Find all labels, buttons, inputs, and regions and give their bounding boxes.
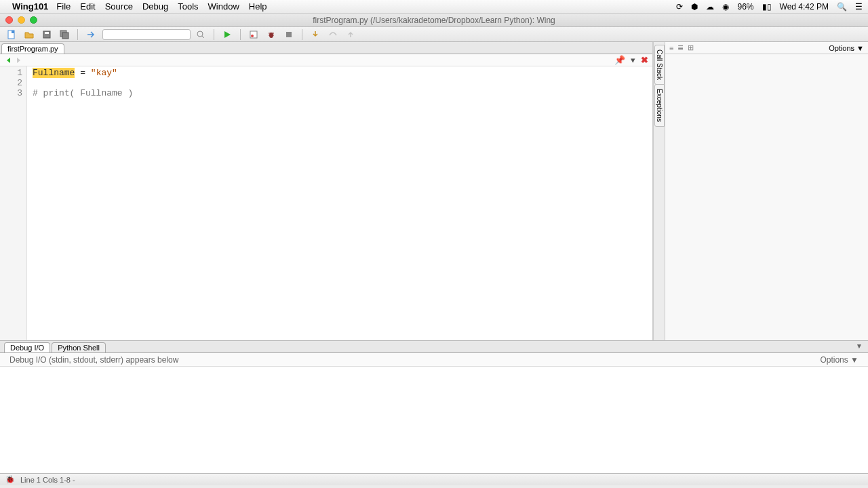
right-options-button[interactable]: Options ▼ [829, 44, 864, 52]
debug-io-label: Debug I/O (stdin, stdout, stderr) appear… [9, 355, 178, 365]
menu-file[interactable]: File [56, 1, 71, 12]
cloud-icon[interactable]: ☁ [706, 2, 714, 12]
layout-icon-1[interactable]: ≡ [669, 44, 673, 52]
zoom-window-button[interactable] [30, 16, 37, 24]
menu-icon[interactable]: ☰ [855, 2, 863, 12]
clock[interactable]: Wed 4:42 PM [780, 2, 829, 12]
code-editor[interactable]: 1 2 3 Fullname = "kay" # print( Fullname… [0, 66, 652, 340]
svg-rect-8 [250, 31, 257, 38]
new-file-button[interactable] [4, 28, 19, 41]
close-editor-button[interactable]: ✖ [641, 55, 648, 65]
code-content[interactable]: Fullname = "kay" # print( Fullname ) [27, 66, 652, 340]
bottom-options-button[interactable]: Options ▼ [820, 355, 859, 365]
step-into-button[interactable] [308, 28, 323, 41]
sync-icon[interactable]: ⟳ [676, 2, 683, 12]
file-tab[interactable]: firstProgram.py [1, 43, 64, 54]
collapse-panel-button[interactable]: ▼ [856, 342, 863, 350]
run-button[interactable] [220, 28, 235, 41]
call-stack-tab[interactable]: Call Stack [654, 45, 665, 85]
svg-rect-13 [286, 32, 292, 37]
menu-window[interactable]: Window [208, 1, 239, 12]
minimize-window-button[interactable] [18, 16, 25, 24]
save-file-button[interactable] [39, 28, 54, 41]
svg-rect-5 [62, 33, 68, 39]
macos-menubar: Wing101 File Edit Source Debug Tools Win… [0, 0, 868, 14]
close-window-button[interactable] [5, 16, 13, 24]
pin-icon[interactable]: 📌 [614, 55, 625, 65]
menu-edit[interactable]: Edit [80, 1, 95, 12]
layout-icon-3[interactable]: ⊞ [688, 43, 694, 52]
stop-button[interactable] [281, 28, 296, 41]
step-out-button[interactable] [343, 28, 358, 41]
window-titlebar: firstProgram.py (/Users/kakradetome/Drop… [0, 14, 868, 27]
menu-source[interactable]: Source [105, 1, 133, 12]
svg-line-7 [202, 36, 204, 38]
status-position: Line 1 Cols 1-8 - [20, 476, 75, 484]
toolbar [0, 27, 868, 42]
wifi-icon[interactable]: ◉ [722, 2, 729, 12]
battery-label: 96% [737, 2, 753, 12]
menu-help[interactable]: Help [249, 1, 267, 12]
file-tab-bar: firstProgram.py [0, 42, 652, 54]
app-name[interactable]: Wing101 [12, 1, 48, 12]
svg-rect-3 [45, 32, 49, 34]
editor-nav-bar: 📌 ▾ ✖ [0, 54, 652, 66]
debug-bug-button[interactable] [264, 28, 279, 41]
goto-button[interactable] [83, 28, 98, 41]
battery-icon: ▮▯ [762, 2, 772, 12]
svg-rect-1 [12, 30, 14, 33]
save-all-button[interactable] [57, 28, 72, 41]
window-title: firstProgram.py (/Users/kakradetome/Drop… [313, 16, 555, 25]
search-input[interactable] [102, 29, 191, 40]
right-panel: ≡ ≣ ⊞ Options ▼ [665, 42, 868, 340]
debug-io-content[interactable] [0, 367, 868, 473]
status-bug-icon[interactable]: 🐞 [5, 475, 15, 484]
line-gutter: 1 2 3 [0, 66, 27, 340]
side-tab-panel: Call Stack Exceptions [652, 42, 665, 340]
debug-breakpoint-button[interactable] [246, 28, 261, 41]
dropbox-icon[interactable]: ⬢ [691, 2, 698, 12]
status-bar: 🐞 Line 1 Cols 1-8 - [0, 473, 868, 485]
bottom-panel: Debug I/O Python Shell ▼ Debug I/O (stdi… [0, 340, 868, 473]
menu-tools[interactable]: Tools [178, 1, 198, 12]
layout-icon-2[interactable]: ≣ [677, 43, 684, 52]
step-over-button[interactable] [326, 28, 340, 41]
nav-back-button[interactable] [4, 56, 14, 65]
open-file-button[interactable] [22, 28, 37, 41]
python-shell-tab[interactable]: Python Shell [52, 342, 106, 352]
search-button[interactable] [193, 28, 208, 41]
svg-point-9 [251, 35, 254, 37]
debug-io-tab[interactable]: Debug I/O [4, 342, 50, 352]
menu-debug[interactable]: Debug [142, 1, 168, 12]
svg-point-6 [197, 31, 203, 37]
nav-forward-button[interactable] [14, 56, 23, 65]
spotlight-icon[interactable]: 🔍 [837, 2, 847, 12]
dropdown-icon[interactable]: ▾ [631, 55, 635, 65]
exceptions-tab[interactable]: Exceptions [654, 84, 665, 127]
